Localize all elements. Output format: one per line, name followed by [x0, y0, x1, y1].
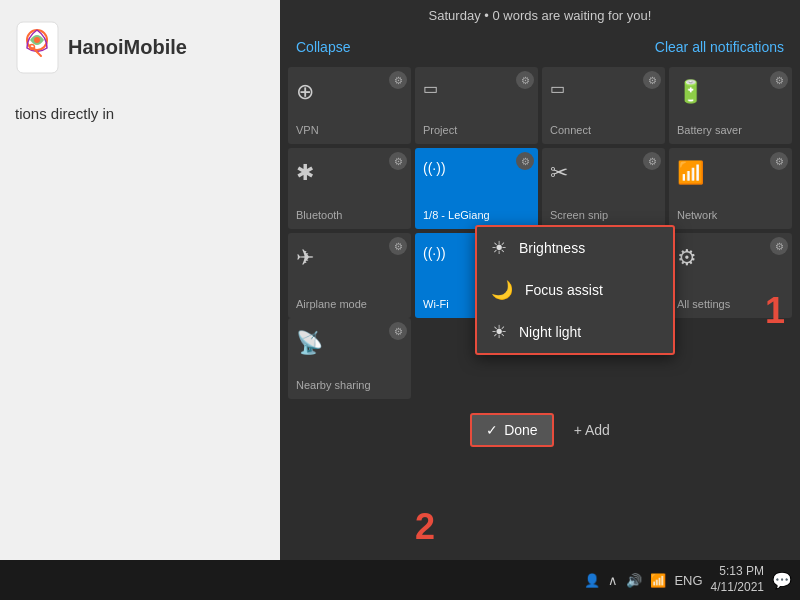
svg-point-3: [34, 37, 40, 43]
eng-label: ENG: [674, 573, 702, 588]
dropdown-night-light[interactable]: ☀ Night light: [477, 311, 673, 353]
focus-assist-icon: 🌙: [491, 279, 513, 301]
taskbar-clock[interactable]: 5:13 PM 4/11/2021: [711, 564, 764, 595]
night-light-label: Night light: [519, 324, 581, 340]
logo-label: HanoiMobile: [68, 36, 187, 58]
taskbar-system-icons: 👤 ∧ 🔊 📶 ENG: [584, 573, 702, 588]
taskbar: 👤 ∧ 🔊 📶 ENG 5:13 PM 4/11/2021 💬: [0, 560, 800, 600]
left-description: tions directly in: [15, 105, 114, 122]
done-label: Done: [504, 422, 537, 438]
add-label: + Add: [574, 422, 610, 438]
tile-settings-icon[interactable]: ⚙: [770, 152, 788, 170]
quick-actions-row2: ⚙ ✱ Bluetooth ⚙ ((·)) 1/8 - LeGiang ⚙ ✂ …: [280, 148, 800, 233]
checkmark-icon: ✓: [486, 422, 498, 438]
notifications-header: Collapse Clear all notifications: [280, 31, 800, 63]
vpn-icon: ⊕: [296, 79, 403, 105]
tile-settings-icon[interactable]: ⚙: [516, 152, 534, 170]
volume-icon[interactable]: 🔊: [626, 573, 642, 588]
left-panel: HanoiMobile tions directly in: [0, 0, 280, 600]
nearby-label: Nearby sharing: [296, 379, 403, 391]
notification-icon[interactable]: 💬: [772, 571, 792, 590]
bottom-toolbar: ✓ Done + Add: [280, 403, 800, 457]
annotation-number-2: 2: [415, 506, 435, 548]
battery-icon: 🔋: [677, 79, 784, 105]
tile-settings-icon[interactable]: ⚙: [389, 152, 407, 170]
screen-snip-icon: ✂: [550, 160, 657, 186]
tile-settings-icon[interactable]: ⚙: [516, 71, 534, 89]
tile-screen-snip[interactable]: ⚙ ✂ Screen snip: [542, 148, 665, 229]
tile-airplane[interactable]: ⚙ ✈ Airplane mode: [288, 233, 411, 318]
vpn-label: VPN: [296, 124, 403, 136]
collapse-button[interactable]: Collapse: [296, 39, 350, 55]
done-button[interactable]: ✓ Done: [470, 413, 553, 447]
connect-label: Connect: [550, 124, 657, 136]
logo-icon: [15, 20, 60, 75]
network-label: Network: [677, 209, 784, 221]
tile-network[interactable]: ⚙ 📶 Network: [669, 148, 792, 229]
network-icon: 📶: [677, 160, 784, 186]
tile-settings-icon[interactable]: ⚙: [389, 322, 407, 340]
chevron-up-icon[interactable]: ∧: [608, 573, 618, 588]
project-label: Project: [423, 124, 530, 136]
svg-rect-1: [20, 25, 55, 70]
tile-settings-icon[interactable]: ⚙: [643, 71, 661, 89]
tile-bluetooth[interactable]: ⚙ ✱ Bluetooth: [288, 148, 411, 229]
annotation-number-1: 1: [765, 290, 785, 332]
focus-assist-label: Focus assist: [525, 282, 603, 298]
tile-settings-icon[interactable]: ⚙: [770, 71, 788, 89]
person-icon: 👤: [584, 573, 600, 588]
tile-settings-icon[interactable]: ⚙: [389, 237, 407, 255]
tile-project[interactable]: ⚙ ▭ Project: [415, 67, 538, 144]
tile-settings-icon[interactable]: ⚙: [770, 237, 788, 255]
bluetooth-label: Bluetooth: [296, 209, 403, 221]
night-light-icon: ☀: [491, 321, 507, 343]
legiang-label: 1/8 - LeGiang: [423, 209, 530, 221]
tile-settings-icon[interactable]: ⚙: [643, 152, 661, 170]
brightness-menu-label: Brightness: [519, 240, 585, 256]
tile-connect[interactable]: ⚙ ▭ Connect: [542, 67, 665, 144]
tile-battery-saver[interactable]: ⚙ 🔋 Battery saver: [669, 67, 792, 144]
settings-icon: ⚙: [677, 245, 784, 271]
screen-snip-label: Screen snip: [550, 209, 657, 221]
brightness-dropdown: ☀ Brightness 🌙 Focus assist ☀ Night ligh…: [475, 225, 675, 355]
nearby-icon: 📡: [296, 330, 403, 356]
brightness-menu-icon: ☀: [491, 237, 507, 259]
tile-nearby-sharing[interactable]: ⚙ 📡 Nearby sharing: [288, 318, 411, 399]
tile-vpn[interactable]: ⚙ ⊕ VPN: [288, 67, 411, 144]
quick-actions-row3: ⚙ ✈ Airplane mode ⚙ ((·)) Wi-Fi ⚙ ☀ Brig…: [280, 233, 800, 318]
airplane-icon: ✈: [296, 245, 403, 271]
time-display: 5:13 PM: [711, 564, 764, 580]
tile-settings-icon[interactable]: ⚙: [389, 71, 407, 89]
wifi-icon: ((·)): [423, 160, 530, 176]
airplane-label: Airplane mode: [296, 298, 403, 310]
action-center: Saturday • 0 words are waiting for you! …: [280, 0, 800, 600]
wifi-taskbar-icon: 📶: [650, 573, 666, 588]
bluetooth-icon: ✱: [296, 160, 403, 186]
tile-legiang[interactable]: ⚙ ((·)) 1/8 - LeGiang: [415, 148, 538, 229]
battery-label: Battery saver: [677, 124, 784, 136]
logo-area: HanoiMobile: [15, 20, 187, 75]
quick-actions-row1: ⚙ ⊕ VPN ⚙ ▭ Project ⚙ ▭ Connect ⚙ 🔋 Batt…: [280, 63, 800, 148]
dropdown-brightness[interactable]: ☀ Brightness: [477, 227, 673, 269]
connect-icon: ▭: [550, 79, 657, 98]
dropdown-focus-assist[interactable]: 🌙 Focus assist: [477, 269, 673, 311]
date-display: 4/11/2021: [711, 580, 764, 596]
project-icon: ▭: [423, 79, 530, 98]
logo-text: HanoiMobile: [68, 36, 187, 59]
add-button[interactable]: + Add: [574, 422, 610, 438]
top-message: Saturday • 0 words are waiting for you!: [280, 0, 800, 31]
clear-all-button[interactable]: Clear all notifications: [655, 39, 784, 55]
